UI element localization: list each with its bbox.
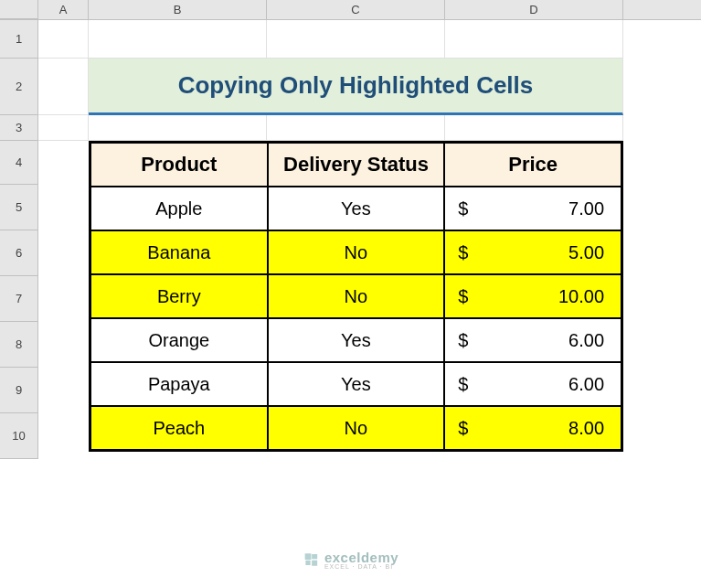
- cell-A2[interactable]: [38, 59, 89, 115]
- cell-B3[interactable]: [89, 115, 267, 141]
- cell-A3[interactable]: [38, 115, 89, 141]
- currency-symbol: $: [458, 286, 468, 307]
- price-value: 6.00: [568, 374, 604, 395]
- cell-B1[interactable]: [89, 20, 267, 59]
- cell-price[interactable]: $6.00: [444, 362, 621, 406]
- data-table: Product Delivery Status Price AppleYes$7…: [89, 141, 623, 452]
- price-value: 6.00: [568, 330, 604, 351]
- watermark: exceldemy EXCEL · DATA · BI: [303, 550, 398, 570]
- row-header-9[interactable]: 9: [0, 368, 38, 413]
- cell-delivery[interactable]: No: [268, 274, 445, 318]
- cell-product[interactable]: Papaya: [90, 362, 268, 406]
- cell-price[interactable]: $8.00: [444, 406, 621, 450]
- cells-area[interactable]: Copying Only Highlighted Cells Product D…: [38, 20, 701, 459]
- row-header-8[interactable]: 8: [0, 322, 38, 368]
- cell-product[interactable]: Banana: [90, 230, 268, 274]
- column-header-B[interactable]: B: [89, 0, 267, 19]
- header-delivery[interactable]: Delivery Status: [268, 143, 445, 187]
- cell-price[interactable]: $10.00: [444, 274, 621, 318]
- price-value: 5.00: [568, 242, 604, 263]
- cell-D3[interactable]: [445, 115, 623, 141]
- select-all-corner[interactable]: [0, 0, 38, 19]
- currency-symbol: $: [458, 198, 468, 219]
- row-header-4[interactable]: 4: [0, 141, 38, 185]
- cell-delivery[interactable]: Yes: [268, 187, 445, 230]
- row-header-6[interactable]: 6: [0, 230, 38, 276]
- cell-product[interactable]: Berry: [90, 274, 268, 318]
- table-header-row: Product Delivery Status Price: [90, 143, 621, 187]
- header-product[interactable]: Product: [90, 143, 268, 187]
- cell-delivery[interactable]: Yes: [268, 318, 445, 362]
- cell-price[interactable]: $6.00: [444, 318, 621, 362]
- cell-C3[interactable]: [267, 115, 445, 141]
- cell-delivery[interactable]: Yes: [268, 362, 445, 406]
- cell-delivery[interactable]: No: [268, 406, 445, 450]
- watermark-subtitle: EXCEL · DATA · BI: [324, 563, 398, 570]
- row-header-1[interactable]: 1: [0, 20, 38, 59]
- table-row: PapayaYes$6.00: [90, 362, 621, 406]
- title-merged-cell[interactable]: Copying Only Highlighted Cells: [89, 59, 623, 115]
- cell-A1[interactable]: [38, 20, 89, 59]
- price-value: 10.00: [558, 286, 604, 307]
- cell-C1[interactable]: [267, 20, 445, 59]
- cell-delivery[interactable]: No: [268, 230, 445, 274]
- spreadsheet-grid: A B C D 1 2 3 4 5 6 7 8 9 10 Co: [0, 0, 701, 588]
- column-headers-row: A B C D: [0, 0, 701, 20]
- price-value: 8.00: [568, 418, 604, 439]
- row-header-10[interactable]: 10: [0, 413, 38, 459]
- row-header-3[interactable]: 3: [0, 115, 38, 141]
- currency-symbol: $: [458, 374, 468, 395]
- cell-product[interactable]: Apple: [90, 187, 268, 230]
- column-header-C[interactable]: C: [267, 0, 445, 19]
- table-row: BerryNo$10.00: [90, 274, 621, 318]
- currency-symbol: $: [458, 242, 468, 263]
- cell-price[interactable]: $7.00: [444, 187, 621, 230]
- logo-icon: [303, 551, 319, 568]
- row-header-5[interactable]: 5: [0, 185, 38, 230]
- cell-product[interactable]: Orange: [90, 318, 268, 362]
- table-row: BananaNo$5.00: [90, 230, 621, 274]
- cell-price[interactable]: $5.00: [444, 230, 621, 274]
- row-headers-column: 1 2 3 4 5 6 7 8 9 10: [0, 20, 38, 459]
- table-row: OrangeYes$6.00: [90, 318, 621, 362]
- currency-symbol: $: [458, 330, 468, 351]
- table-row: AppleYes$7.00: [90, 187, 621, 230]
- cell-D1[interactable]: [445, 20, 623, 59]
- table-row: PeachNo$8.00: [90, 406, 621, 450]
- row-header-7[interactable]: 7: [0, 276, 38, 322]
- column-header-A[interactable]: A: [38, 0, 89, 19]
- row-header-2[interactable]: 2: [0, 59, 38, 115]
- header-price[interactable]: Price: [444, 143, 621, 187]
- cell-product[interactable]: Peach: [90, 406, 268, 450]
- price-value: 7.00: [568, 198, 604, 219]
- column-header-D[interactable]: D: [445, 0, 623, 19]
- currency-symbol: $: [458, 418, 468, 439]
